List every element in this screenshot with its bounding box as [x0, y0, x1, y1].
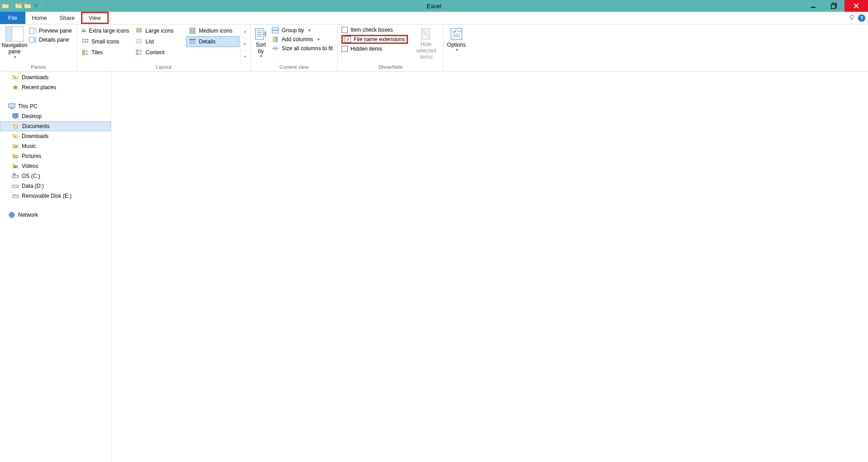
sort-by-icon [254, 26, 268, 42]
tree-item-drive-c[interactable]: OS (C:) [0, 171, 111, 181]
svg-rect-37 [9, 104, 15, 108]
content-icon [135, 49, 143, 56]
svg-rect-14 [193, 28, 195, 30]
checkbox-icon [341, 27, 348, 33]
size-columns-icon [272, 45, 279, 52]
layout-scrollbar[interactable]: ▲ ▼ ▾ [240, 25, 249, 63]
view-content[interactable]: Content [133, 47, 186, 58]
tree-item-desktop[interactable]: Desktop [0, 111, 111, 121]
tree-item-pictures[interactable]: Pictures [0, 151, 111, 161]
checkbox-checked-icon [345, 36, 351, 43]
content-pane[interactable] [111, 71, 868, 462]
options-button[interactable]: Options ▼ [446, 25, 467, 63]
svg-rect-54 [13, 194, 16, 196]
scroll-more-icon[interactable]: ▾ [241, 51, 249, 63]
svg-rect-17 [82, 39, 84, 40]
svg-rect-26 [136, 50, 138, 52]
file-name-extensions-checkbox[interactable]: File name extensions [341, 35, 408, 44]
tab-home[interactable]: Home [25, 12, 53, 24]
group-current-view: Sort by ▼ Group by ▼ Add columns ▼ Size … [251, 24, 338, 71]
svg-rect-41 [14, 126, 17, 128]
chevron-down-icon: ▼ [259, 54, 263, 58]
medium-icons-icon [189, 27, 196, 34]
help-icon[interactable]: ? [858, 14, 865, 22]
desktop-icon [12, 113, 19, 120]
view-small-icons[interactable]: Small icons [79, 36, 133, 47]
svg-rect-16 [193, 31, 195, 33]
tree-item-documents[interactable]: Documents [0, 121, 111, 131]
tree-item-drive-d[interactable]: Data (D:) [0, 181, 111, 191]
svg-rect-50 [13, 174, 14, 175]
group-panes: Navigation pane ▼ Preview pane Details p… [0, 24, 77, 71]
size-columns-button[interactable]: Size all columns to fit [272, 45, 333, 52]
svg-rect-31 [273, 37, 274, 42]
tree-item-videos[interactable]: Videos [0, 161, 111, 171]
add-columns-button[interactable]: Add columns ▼ [272, 36, 333, 43]
tab-file[interactable]: File [0, 12, 25, 24]
tree-item-network[interactable]: Network [0, 210, 111, 220]
details-icon [189, 38, 196, 45]
svg-rect-30 [272, 31, 278, 33]
svg-rect-28 [255, 29, 264, 39]
window-controls [803, 0, 868, 12]
tab-share[interactable]: Share [53, 12, 81, 24]
tree-item-drive-e[interactable]: Removable Disk (E:) [0, 191, 111, 201]
view-tiles[interactable]: Tiles [79, 47, 133, 58]
separator [12, 2, 12, 10]
view-large-icons[interactable]: Large icons [133, 25, 186, 36]
svg-rect-32 [274, 37, 276, 42]
minimize-ribbon-icon[interactable] [848, 14, 855, 22]
new-folder-icon[interactable] [15, 2, 22, 10]
svg-rect-20 [82, 41, 84, 43]
hidden-items-checkbox[interactable]: Hidden items [341, 46, 408, 52]
tab-view[interactable]: View [81, 12, 109, 24]
svg-rect-49 [14, 173, 15, 174]
navigation-tree[interactable]: Downloads Recent places This PC Desktop … [0, 71, 111, 462]
view-extra-large-icons[interactable]: Extra large icons [79, 25, 133, 36]
svg-rect-29 [272, 28, 278, 30]
network-icon [8, 211, 15, 219]
scroll-up-icon[interactable]: ▲ [241, 25, 249, 38]
qat-dropdown-icon[interactable] [33, 2, 38, 10]
navigation-pane-button[interactable]: Navigation pane ▼ [2, 25, 27, 63]
close-button[interactable] [844, 0, 868, 12]
view-medium-icons[interactable]: Medium icons [186, 25, 240, 36]
small-icons-icon [82, 38, 89, 45]
removable-drive-icon [12, 192, 19, 200]
svg-rect-13 [190, 28, 192, 30]
folder-icon [2, 2, 9, 10]
svg-rect-39 [13, 114, 18, 118]
preview-pane-button[interactable]: Preview pane [29, 27, 72, 34]
videos-icon [12, 162, 19, 170]
tree-item-downloads-fav[interactable]: Downloads [0, 72, 111, 82]
recent-places-icon [12, 84, 19, 91]
sort-by-button[interactable]: Sort by ▼ [253, 25, 269, 63]
svg-point-5 [853, 15, 854, 16]
group-label-current-view: Current view [253, 63, 336, 71]
tree-item-music[interactable]: Music [0, 141, 111, 151]
options-icon [449, 26, 464, 42]
tree-item-this-pc[interactable]: This PC [0, 101, 111, 111]
folder-icon[interactable] [24, 2, 31, 10]
documents-icon [12, 123, 19, 130]
details-pane-button[interactable]: Details pane [29, 36, 72, 43]
list-icon [135, 38, 143, 45]
computer-icon [8, 103, 15, 110]
window-title: Excel [427, 3, 441, 10]
preview-pane-icon [29, 27, 36, 34]
folder-icon [12, 133, 19, 140]
item-check-boxes-checkbox[interactable]: Item check boxes [341, 27, 408, 33]
svg-rect-22 [87, 41, 88, 43]
add-columns-icon [272, 36, 279, 43]
view-list[interactable]: List [133, 36, 186, 47]
tree-item-downloads[interactable]: Downloads [0, 131, 111, 141]
group-options: Options ▼ [444, 24, 469, 71]
tree-item-recent-places[interactable]: Recent places [0, 82, 111, 92]
restore-button[interactable] [824, 0, 844, 12]
view-details[interactable]: Details [186, 36, 240, 47]
scroll-down-icon[interactable]: ▼ [241, 38, 249, 51]
group-by-button[interactable]: Group by ▼ [272, 27, 333, 34]
quick-access-toolbar [0, 2, 44, 10]
minimize-button[interactable] [803, 0, 824, 12]
navigation-pane-label: Navigation pane [2, 43, 28, 55]
